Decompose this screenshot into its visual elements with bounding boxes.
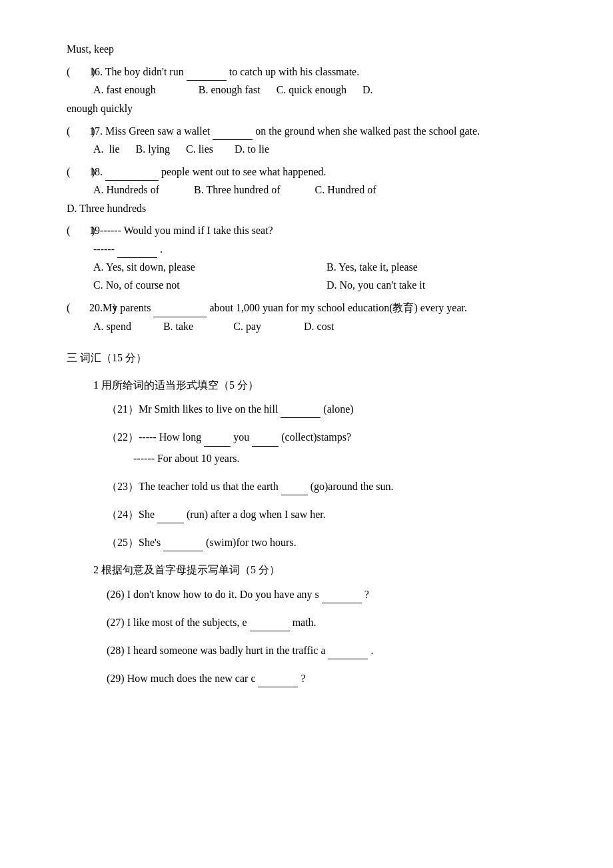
item26-blank [322, 585, 362, 603]
q19-subtext: ------ . [93, 239, 560, 258]
q18-option-d: D. Three hundreds [67, 199, 560, 217]
item22-answer: ------ For about 10 years. [133, 449, 560, 467]
q18-text: 18. [89, 166, 105, 177]
item24-blank [157, 505, 184, 523]
question-16: ( ) 16. The boy didn't run to catch up w… [67, 62, 560, 117]
question-17: ( ) 17. Miss Green saw a wallet on the g… [67, 121, 560, 158]
item25-blank [163, 533, 203, 551]
sub1-header: 1 用所给词的适当形式填空（5 分） [93, 376, 560, 394]
q17-blank [213, 121, 253, 140]
q20-options: A. spend B. take C. pay D. cost [93, 317, 560, 335]
header-line: Must, keep [67, 40, 560, 58]
q18-paren: ( ) [67, 163, 87, 181]
item28-blank [328, 641, 368, 659]
q16-paren: ( ) [67, 63, 87, 81]
question-18: ( ) 18. people went out to see what happ… [67, 162, 560, 217]
q20-text: 20.My parents [89, 302, 153, 313]
q17-options: A. lie B. lying C. lies D. to lie [93, 140, 560, 158]
q18-blank [105, 162, 159, 181]
item-22: （22）----- How long you (collect)stamps? … [107, 427, 560, 467]
item-25: （25）She's (swim)for two hours. [107, 533, 560, 551]
item-28: (28) I heard someone was badly hurt in t… [107, 641, 560, 659]
q17-paren: ( ) [67, 122, 87, 140]
q16-blank [187, 62, 227, 81]
q19-blank [117, 239, 157, 258]
item22-blank1 [204, 427, 231, 446]
item-24: （24）She (run) after a dog when I saw her… [107, 505, 560, 523]
item-27: (27) I like most of the subjects, e math… [107, 613, 560, 631]
q19-options: A. Yes, sit down, please B. Yes, take it… [93, 258, 560, 294]
section3-title: 三 词汇（15 分） [67, 349, 560, 367]
q18-options: A. Hundreds of B. Three hundred of C. Hu… [93, 181, 560, 199]
item29-blank [258, 669, 298, 687]
item-26: (26) I don't know how to do it. Do you h… [107, 585, 560, 603]
question-20: ( ) 20.My parents about 1,000 yuan for m… [67, 298, 560, 335]
q19-paren: ( ) [67, 221, 87, 239]
q20-blank [153, 298, 207, 317]
question-19: ( ) 19------ Would you mind if I take th… [67, 221, 560, 295]
q17-text: 17. Miss Green saw a wallet [89, 125, 213, 137]
q16-number: 16. The boy didn't run [89, 66, 187, 77]
item-29: (29) How much does the new car c ? [107, 669, 560, 687]
sub2-header: 2 根据句意及首字母提示写单词（5 分） [93, 561, 560, 579]
q16-options: A. fast enough B. enough fast C. quick e… [93, 81, 560, 99]
item-23: （23）The teacher told us that the earth (… [107, 477, 560, 495]
q16-option-d: enough quickly [67, 99, 560, 117]
q19-text: 19------ Would you mind if I take this s… [89, 225, 273, 236]
item-21: （21）Mr Smith likes to live on the hill (… [107, 399, 560, 418]
item27-blank [250, 613, 290, 631]
q16-text: to catch up with his classmate. [229, 66, 360, 77]
q20-paren: ( ) [67, 299, 87, 317]
item21-blank [281, 399, 320, 418]
item22-blank2 [252, 427, 279, 446]
item23-blank [281, 477, 308, 495]
